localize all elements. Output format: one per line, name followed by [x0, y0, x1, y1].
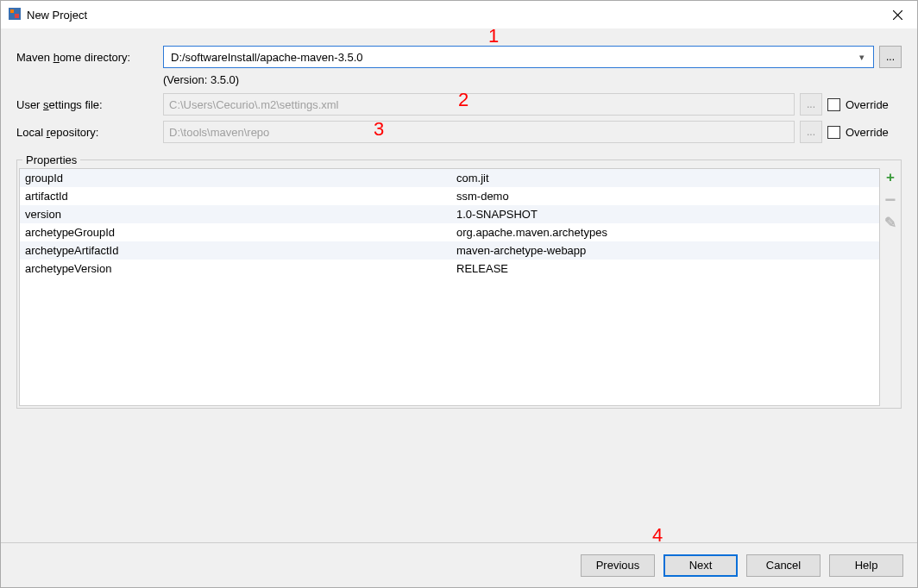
property-key: groupId	[20, 172, 451, 185]
chevron-down-icon[interactable]: ▾	[856, 52, 868, 63]
table-row[interactable]: groupIdcom.jit	[20, 169, 879, 187]
table-row[interactable]: artifactIdssm-demo	[20, 187, 879, 205]
remove-property-button: −	[883, 192, 898, 208]
svg-rect-1	[10, 9, 14, 13]
property-value: org.apache.maven.archetypes	[451, 226, 879, 239]
annotation-1: 1	[488, 25, 499, 47]
titlebar: New Project	[1, 1, 917, 28]
user-settings-browse-button: ...	[800, 93, 822, 116]
property-value: RELEASE	[451, 262, 879, 275]
properties-legend: Properties	[22, 153, 80, 166]
checkbox-icon[interactable]	[827, 126, 840, 139]
maven-home-input[interactable]	[169, 50, 856, 65]
property-key: version	[20, 208, 451, 221]
add-property-button[interactable]: +	[883, 170, 898, 185]
user-settings-input: C:\Users\Cecurio\.m2\settings.xml	[163, 93, 795, 116]
app-icon	[8, 7, 22, 23]
maven-home-combo[interactable]: ▾	[163, 46, 874, 68]
checkbox-icon[interactable]	[827, 98, 840, 111]
property-value: 1.0-SNAPSHOT	[451, 208, 879, 221]
user-settings-label: User settings file:	[16, 98, 163, 111]
cancel-button[interactable]: Cancel	[746, 554, 821, 577]
close-button[interactable]	[877, 1, 917, 28]
property-value: com.jit	[451, 172, 879, 185]
dialog-content: 1 2 3 4 Maven home directory: ▾ ... (Ver…	[1, 28, 917, 542]
table-row[interactable]: archetypeArtifactIdmaven-archetype-webap…	[20, 241, 879, 260]
property-key: archetypeVersion	[20, 262, 451, 275]
local-repo-browse-button: ...	[800, 121, 822, 143]
local-repo-override[interactable]: Override	[827, 126, 902, 139]
maven-version-text: (Version: 3.5.0)	[163, 73, 902, 86]
properties-table[interactable]: groupIdcom.jitartifactIdssm-demoversion1…	[19, 168, 880, 406]
property-value: ssm-demo	[451, 190, 879, 203]
table-row[interactable]: archetypeVersionRELEASE	[20, 260, 879, 278]
maven-home-browse-button[interactable]: ...	[879, 46, 902, 68]
properties-group: Properties groupIdcom.jitartifactIdssm-d…	[16, 153, 902, 409]
table-row[interactable]: archetypeGroupIdorg.apache.maven.archety…	[20, 223, 879, 241]
property-key: archetypeArtifactId	[20, 244, 451, 257]
next-button[interactable]: Next	[663, 554, 738, 577]
dialog-footer: Previous Next Cancel Help	[1, 542, 917, 587]
previous-button[interactable]: Previous	[581, 554, 655, 577]
new-project-dialog: New Project 1 2 3 4 Maven home directory…	[0, 0, 918, 588]
user-settings-override[interactable]: Override	[827, 98, 902, 111]
property-key: archetypeGroupId	[20, 226, 451, 239]
local-repo-label: Local repository:	[16, 126, 163, 139]
property-value: maven-archetype-webapp	[451, 244, 879, 257]
window-title: New Project	[27, 9, 87, 22]
svg-rect-2	[15, 14, 19, 18]
edit-property-button: ✎	[883, 215, 898, 230]
maven-home-label: Maven home directory:	[16, 51, 163, 64]
table-row[interactable]: version1.0-SNAPSHOT	[20, 205, 879, 223]
local-repo-input: D:\tools\maven\repo	[163, 121, 795, 143]
property-key: artifactId	[20, 190, 451, 203]
help-button[interactable]: Help	[829, 554, 903, 577]
